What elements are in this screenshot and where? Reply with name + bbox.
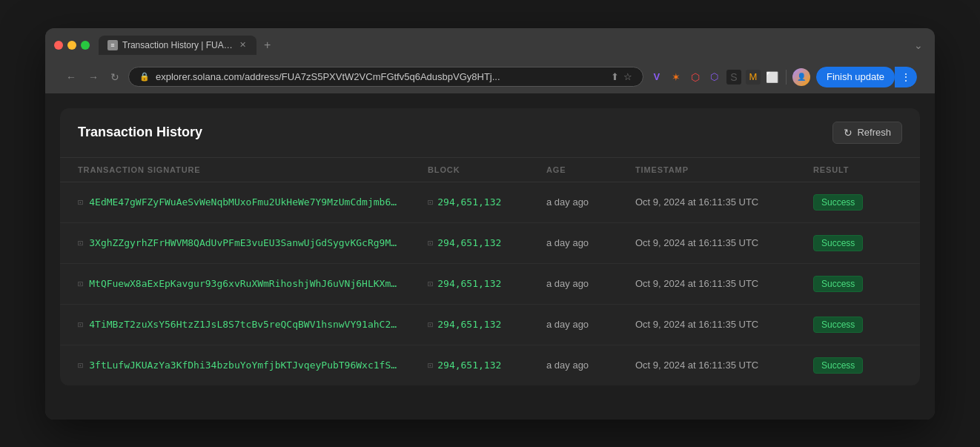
age-cell: a day ago	[546, 196, 635, 208]
block-number: 294,651,132	[437, 319, 501, 330]
copy-block-icon[interactable]: ⊡	[428, 319, 433, 330]
reload-button[interactable]: ↻	[107, 68, 122, 86]
table-row[interactable]: ⊡ 4TiMBzT2zuXsY56HtzZ1JsL8S7tcBv5reQCqBW…	[60, 305, 920, 345]
extension-red[interactable]: ⬡	[688, 70, 703, 85]
copy-icon[interactable]: ⊡	[78, 197, 83, 208]
signature-text: 3ftLufwJKUAzYa3KfDhi34bzbuYoYmfjbKTJvqey…	[89, 360, 400, 371]
traffic-lights	[54, 41, 90, 50]
signature-cell: ⊡ 3ftLufwJKUAzYa3KfDhi34bzbuYoYmfjbKTJvq…	[78, 360, 428, 371]
lock-icon: 🔒	[139, 72, 150, 82]
extension-dark[interactable]: S	[726, 70, 741, 85]
table-row[interactable]: ⊡ MtQFuewX8aExEpKavgur93g6xvRuXWmRihoshj…	[60, 264, 920, 305]
signature-cell: ⊡ 4TiMBzT2zuXsY56HtzZ1JsL8S7tcBv5reQCqBW…	[78, 319, 428, 330]
table-body: ⊡ 4EdME47gWFZyFWuAeSvWeNqbMUxoFmu2UkHeWe…	[60, 182, 920, 385]
timestamp-cell: Oct 9, 2024 at 16:11:35 UTC	[635, 319, 813, 330]
refresh-icon: ↻	[844, 127, 852, 139]
forward-button[interactable]: →	[85, 68, 102, 86]
block-number: 294,651,132	[437, 360, 501, 371]
age-cell: a day ago	[546, 278, 635, 289]
block-cell: ⊡ 294,651,132	[428, 319, 546, 330]
signature-text: 4EdME47gWFZyFWuAeSvWeNqbMUxoFmu2UkHeWe7Y…	[89, 196, 400, 208]
col-header-result: RESULT	[813, 165, 902, 174]
col-header-block: BLOCK	[428, 165, 546, 174]
block-number: 294,651,132	[437, 196, 501, 208]
fullscreen-traffic-light[interactable]	[81, 41, 90, 50]
table-row[interactable]: ⊡ 3ftLufwJKUAzYa3KfDhi34bzbuYoYmfjbKTJvq…	[60, 345, 920, 385]
signature-text: 3XghZZgyrhZFrHWVM8QAdUvPFmE3vuEU3SanwUjG…	[89, 237, 400, 248]
title-bar: ≡ Transaction History | FUA7zS ✕ + ⌄	[54, 36, 926, 55]
block-cell: ⊡ 294,651,132	[428, 360, 546, 371]
timestamp-cell: Oct 9, 2024 at 16:11:35 UTC	[635, 237, 813, 248]
success-badge: Success	[813, 317, 863, 333]
copy-icon[interactable]: ⊡	[78, 238, 83, 248]
new-tab-button[interactable]: +	[259, 39, 275, 52]
copy-block-icon[interactable]: ⊡	[428, 197, 433, 208]
signature-text: MtQFuewX8aExEpKavgur93g6xvRuXWmRihoshjWh…	[89, 278, 400, 289]
success-badge: Success	[813, 276, 863, 292]
copy-block-icon[interactable]: ⊡	[428, 238, 433, 248]
tab-close-button[interactable]: ✕	[238, 40, 248, 50]
share-icon[interactable]: ⬆	[611, 71, 619, 82]
copy-block-icon[interactable]: ⊡	[428, 279, 433, 289]
address-bar[interactable]: 🔒 explorer.solana.com/address/FUA7zS5PXV…	[128, 67, 643, 87]
col-header-timestamp: TIMESTAMP	[635, 165, 813, 174]
age-cell: a day ago	[546, 237, 635, 248]
browser-nav: ← → ↻ 🔒 explorer.solana.com/address/FUA7…	[54, 61, 926, 93]
active-tab[interactable]: ≡ Transaction History | FUA7zS ✕	[99, 36, 256, 55]
table-row[interactable]: ⊡ 4EdME47gWFZyFWuAeSvWeNqbMUxoFmu2UkHeWe…	[60, 182, 920, 223]
timestamp-cell: Oct 9, 2024 at 16:11:35 UTC	[635, 278, 813, 289]
signature-cell: ⊡ 4EdME47gWFZyFWuAeSvWeNqbMUxoFmu2UkHeWe…	[78, 196, 428, 208]
extension-velvet[interactable]: V	[649, 70, 664, 85]
timestamp-cell: Oct 9, 2024 at 16:11:35 UTC	[635, 360, 813, 371]
page-title: Transaction History	[78, 125, 202, 140]
close-traffic-light[interactable]	[54, 41, 63, 50]
separator	[786, 70, 787, 85]
minimize-traffic-light[interactable]	[67, 41, 76, 50]
chevron-down-icon[interactable]: ⌄	[911, 39, 926, 51]
extension-purple[interactable]: ⬡	[707, 70, 722, 85]
refresh-button[interactable]: ↻ Refresh	[832, 122, 902, 144]
copy-block-icon[interactable]: ⊡	[428, 360, 433, 371]
signature-cell: ⊡ 3XghZZgyrhZFrHWVM8QAdUvPFmE3vuEU3SanwU…	[78, 237, 428, 248]
result-cell: Success	[813, 276, 902, 292]
extension-m[interactable]: M	[746, 70, 761, 85]
copy-icon[interactable]: ⊡	[78, 279, 83, 289]
extensions-bar: V ✶ ⬡ ⬡ S M ⬜ 👤	[649, 68, 810, 86]
signature-text: 4TiMBzT2zuXsY56HtzZ1JsL8S7tcBv5reQCqBWV1…	[89, 319, 400, 330]
finish-update-button[interactable]: Finish update	[816, 67, 895, 87]
result-cell: Success	[813, 235, 902, 251]
tab-favicon: ≡	[107, 40, 118, 50]
copy-icon[interactable]: ⊡	[78, 319, 83, 330]
finish-update-group: Finish update ⋮	[816, 67, 917, 87]
age-cell: a day ago	[546, 360, 635, 371]
browser-chrome: ≡ Transaction History | FUA7zS ✕ + ⌄ ← →…	[45, 28, 935, 93]
finish-update-more-button[interactable]: ⋮	[895, 67, 917, 87]
block-cell: ⊡ 294,651,132	[428, 278, 546, 289]
page-content: Transaction History ↻ Refresh TRANSACTIO…	[45, 93, 935, 420]
bookmark-icon[interactable]: ☆	[623, 71, 632, 82]
table-row[interactable]: ⊡ 3XghZZgyrhZFrHWVM8QAdUvPFmE3vuEU3SanwU…	[60, 223, 920, 264]
refresh-label: Refresh	[857, 127, 891, 138]
block-number: 294,651,132	[437, 237, 501, 248]
profile-button[interactable]: 👤	[792, 68, 810, 86]
timestamp-cell: Oct 9, 2024 at 16:11:35 UTC	[635, 196, 813, 208]
success-badge: Success	[813, 357, 863, 374]
success-badge: Success	[813, 235, 863, 251]
age-cell: a day ago	[546, 319, 635, 330]
card-header: Transaction History ↻ Refresh	[60, 108, 920, 158]
address-bar-icons: ⬆ ☆	[611, 71, 632, 82]
back-button[interactable]: ←	[63, 68, 79, 86]
signature-cell: ⊡ MtQFuewX8aExEpKavgur93g6xvRuXWmRihoshj…	[78, 278, 428, 289]
copy-icon[interactable]: ⊡	[78, 360, 83, 371]
success-badge: Success	[813, 194, 863, 211]
extension-star[interactable]: ✶	[669, 70, 683, 85]
result-cell: Success	[813, 194, 902, 211]
url-text: explorer.solana.com/address/FUA7zS5PXVtW…	[156, 71, 605, 82]
tab-bar: ≡ Transaction History | FUA7zS ✕ +	[99, 36, 905, 55]
result-cell: Success	[813, 317, 902, 333]
extension-square[interactable]: ⬜	[765, 70, 780, 85]
tab-title: Transaction History | FUA7zS	[122, 40, 234, 50]
browser-window: ≡ Transaction History | FUA7zS ✕ + ⌄ ← →…	[45, 28, 935, 420]
transaction-history-card: Transaction History ↻ Refresh TRANSACTIO…	[60, 108, 920, 385]
col-header-age: AGE	[546, 165, 635, 174]
